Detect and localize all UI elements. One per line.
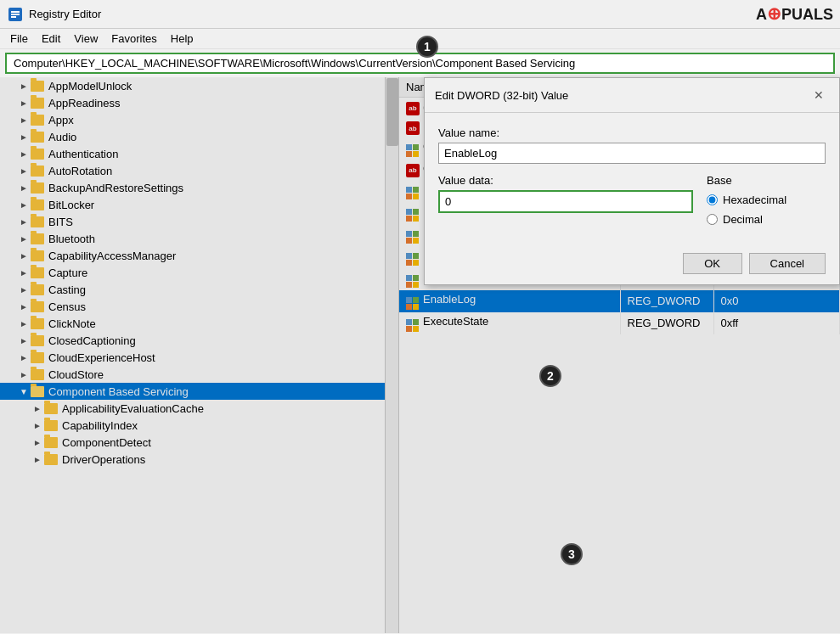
dialog-title: Edit DWORD (32-bit) Value [435,89,568,102]
value-name-label: Value name: [438,126,826,139]
dialog-close-button[interactable]: ✕ [809,85,829,105]
menu-edit[interactable]: Edit [35,31,67,47]
edit-dword-dialog: Edit DWORD (32-bit) Value ✕ Value name: … [424,77,840,285]
menu-file[interactable]: File [3,31,35,47]
cancel-button[interactable]: Cancel [749,253,826,274]
value-data-input[interactable] [438,190,693,213]
badge-1: 1 [416,36,438,58]
badge-3-container: 3 [561,543,583,565]
svg-rect-1 [11,11,20,13]
radio-dec-input[interactable] [707,214,718,225]
ok-button[interactable]: OK [683,253,742,274]
radio-dec-label: Decimal [723,213,763,226]
badge-2-container: 2 [539,365,561,387]
dialog-titlebar: Edit DWORD (32-bit) Value ✕ [425,78,839,113]
menu-help[interactable]: Help [164,31,200,47]
right-panel: Name Type Data ab(Default)REG_SZ(valuabB… [399,77,840,633]
registry-editor-icon [7,6,24,23]
titlebar: Registry Editor [0,0,840,29]
menu-view[interactable]: View [67,31,104,47]
radio-hexadecimal[interactable]: Hexadecimal [707,194,826,206]
svg-rect-3 [11,16,16,18]
badge-1-container: 1 [416,36,438,58]
value-data-label: Value data: [438,174,693,187]
base-group: Base Hexadecimal Decimal [707,174,826,233]
window-title: Registry Editor [29,8,101,20]
menu-favorites[interactable]: Favorites [104,31,163,47]
logo-text: PUALS [781,6,833,23]
main-layout: ► AppModelUnlock ► AppReadiness ► Appx ►… [0,77,840,633]
dialog-body: Value name: Value data: Base Hexadecimal [425,113,839,246]
logo-symbol: ⊕ [767,4,781,23]
logo: A⊕PUALS [756,3,833,24]
logo-a: A [756,6,767,23]
svg-rect-2 [11,14,20,15]
badge-3: 3 [561,543,583,565]
radio-hex-label: Hexadecimal [723,194,786,206]
dialog-overlay: Edit DWORD (32-bit) Value ✕ Value name: … [399,77,840,633]
base-label: Base [707,174,826,187]
value-data-wrap: Value data: [438,174,693,233]
radio-decimal[interactable]: Decimal [707,213,826,226]
value-name-input[interactable] [438,143,826,164]
badge-2: 2 [539,365,561,387]
value-data-row: Value data: Base Hexadecimal Decim [438,174,826,233]
dialog-footer: OK Cancel [425,246,839,284]
radio-hex-input[interactable] [707,194,718,205]
